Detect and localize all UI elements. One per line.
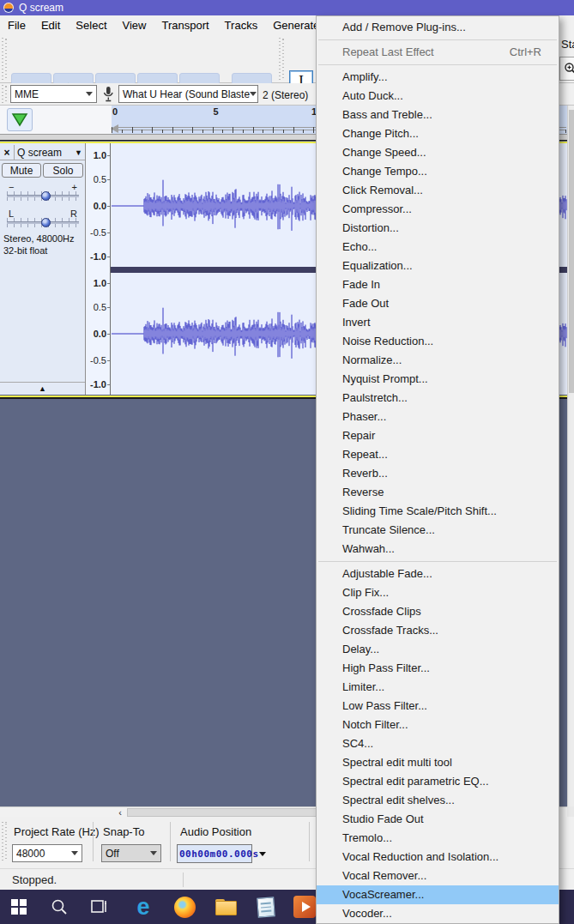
scale-tick [107, 179, 110, 180]
timeline-tick [132, 127, 133, 133]
menu-item-sc4[interactable]: SC4... [317, 734, 559, 753]
menu-item-sliding-time-scale-pitch-shift[interactable]: Sliding Time Scale/Pitch Shift... [317, 502, 559, 521]
gain-slider-thumb[interactable] [41, 191, 51, 201]
menu-separator [318, 64, 557, 65]
menubar-item-select[interactable]: Select [68, 15, 114, 34]
timeline-tick [565, 130, 566, 133]
menu-item-bass-and-treble[interactable]: Bass and Treble... [317, 106, 559, 124]
menu-item-vocoder[interactable]: Vocoder... [317, 904, 559, 923]
menubar-item-file[interactable]: File [0, 15, 33, 34]
menu-item-vocal-remover[interactable]: Vocal Remover... [317, 867, 559, 885]
recording-device-dropdown[interactable]: What U Hear (Sound Blaste [118, 85, 258, 103]
menu-item-delay[interactable]: Delay... [317, 640, 559, 659]
menu-item-add-remove-plug-ins[interactable]: Add / Remove Plug-ins... [317, 18, 559, 37]
menu-item-change-pitch[interactable]: Change Pitch... [317, 124, 559, 143]
menubar-item-transport[interactable]: Transport [154, 15, 216, 34]
menu-item-paulstretch[interactable]: Paulstretch... [317, 389, 559, 408]
snap-to-dropdown[interactable]: Off [101, 844, 161, 862]
menu-item-distortion[interactable]: Distortion... [317, 219, 559, 238]
menu-item-noise-reduction[interactable]: Noise Reduction... [317, 332, 559, 351]
toolbar-grip[interactable] [2, 85, 8, 103]
toolbar-grip[interactable] [2, 38, 8, 80]
menu-item-echo[interactable]: Echo... [317, 238, 559, 257]
menu-item-wahwah[interactable]: Wahwah... [317, 540, 559, 559]
menu-item-normalize[interactable]: Normalize... [317, 351, 559, 370]
menu-item-clip-fix[interactable]: Clip Fix... [317, 583, 559, 602]
scale-tick [107, 360, 110, 361]
menu-item-auto-duck[interactable]: Auto Duck... [317, 87, 559, 106]
menu-item-invert[interactable]: Invert [317, 313, 559, 332]
recording-channels-dropdown[interactable]: 2 (Stereo) [263, 86, 308, 104]
file-explorer-icon[interactable] [208, 890, 243, 924]
pan-slider-thumb[interactable] [41, 218, 51, 227]
menu-item-nyquist-prompt[interactable]: Nyquist Prompt... [317, 370, 559, 389]
menu-item-amplify[interactable]: Amplify... [317, 68, 559, 87]
menu-item-compressor[interactable]: Compressor... [317, 200, 559, 219]
scale-label: -1.0 [90, 379, 106, 390]
menu-item-reverse[interactable]: Reverse [317, 483, 559, 502]
track-collapse-button[interactable]: ▲ [0, 382, 85, 395]
menu-item-crossfade-clips[interactable]: Crossfade Clips [317, 602, 559, 621]
audio-position-display[interactable]: 00h00m00.000s [177, 844, 252, 863]
menu-item-spectral-edit-parametric-eq[interactable]: Spectral edit parametric EQ... [317, 772, 559, 791]
menu-item-adjustable-fade[interactable]: Adjustable Fade... [317, 565, 559, 583]
menu-item-change-speed[interactable]: Change Speed... [317, 143, 559, 162]
pan-slider[interactable]: L R [7, 208, 79, 231]
track-control-panel: × Q scream ▼ Mute Solo − + L R [0, 143, 86, 395]
menu-item-high-pass-filter[interactable]: High Pass Filter... [317, 659, 559, 678]
track-title-dropdown[interactable]: Q scream ▼ [15, 145, 85, 160]
gain-slider[interactable]: − + [7, 182, 79, 204]
menu-item-repair[interactable]: Repair [317, 426, 559, 445]
mute-button[interactable]: Mute [2, 163, 41, 178]
scroll-left-arrow[interactable]: ‹ [114, 807, 126, 817]
timeline-tick [303, 130, 304, 133]
track-close-button[interactable]: × [0, 145, 15, 160]
start-icon[interactable] [2, 890, 36, 924]
audio-position-label: Audio Position [180, 825, 251, 838]
menubar-item-view[interactable]: View [115, 15, 154, 34]
search-icon[interactable] [42, 890, 76, 924]
pinned-playhead-button[interactable] [7, 108, 33, 131]
menu-item-limiter[interactable]: Limiter... [317, 678, 559, 697]
menu-item-click-removal[interactable]: Click Removal... [317, 181, 559, 200]
menu-item-fade-out[interactable]: Fade Out [317, 294, 559, 313]
menu-item-tremolo[interactable]: Tremolo... [317, 829, 559, 848]
menu-item-low-pass-filter[interactable]: Low Pass Filter... [317, 697, 559, 716]
audio-host-dropdown[interactable]: MME [10, 85, 97, 103]
firefox-icon[interactable] [167, 890, 202, 924]
menu-item-studio-fade-out[interactable]: Studio Fade Out [317, 810, 559, 829]
vertical-scale-ruler[interactable]: 1.00.50.0-0.5-1.01.00.50.0-0.5-1.0 [86, 143, 111, 395]
menu-item-reverb[interactable]: Reverb... [317, 464, 559, 483]
zoom-in-button[interactable] [559, 57, 574, 81]
menubar-item-edit[interactable]: Edit [33, 15, 68, 34]
edge-icon[interactable]: e [126, 890, 160, 924]
menu-item-fade-in[interactable]: Fade In [317, 275, 559, 294]
snap-to-value: Off [106, 848, 119, 860]
green-playhead-icon [11, 112, 28, 127]
timeline-tick [283, 130, 284, 133]
menu-item-vocascreamer[interactable]: VocaScreamer... [317, 885, 559, 904]
menubar-item-tracks[interactable]: Tracks [217, 15, 266, 34]
menu-item-truncate-silence[interactable]: Truncate Silence... [317, 521, 559, 540]
project-rate-dropdown[interactable]: 48000 [12, 844, 82, 862]
menu-item-vocal-reduction-and-isolation[interactable]: Vocal Reduction and Isolation... [317, 848, 559, 867]
menu-item-spectral-edit-shelves[interactable]: Spectral edit shelves... [317, 791, 559, 810]
toolbar-grip[interactable] [279, 38, 285, 80]
menu-item-crossfade-tracks[interactable]: Crossfade Tracks... [317, 621, 559, 640]
timeline-tick [313, 127, 314, 133]
menu-item-change-tempo[interactable]: Change Tempo... [317, 162, 559, 181]
menu-item-spectral-edit-multi-tool[interactable]: Spectral edit multi tool [317, 753, 559, 772]
menu-item-repeat-last-effect: Ctrl+RRepeat Last Effect [317, 43, 559, 62]
solo-button[interactable]: Solo [43, 163, 83, 178]
menu-item-phaser[interactable]: Phaser... [317, 408, 559, 426]
notepad-icon[interactable] [249, 890, 283, 924]
recording-device-value: What U Hear (Sound Blaste [123, 88, 250, 100]
vertical-scrollbar-thumb[interactable] [569, 110, 574, 393]
menu-item-notch-filter[interactable]: Notch Filter... [317, 716, 559, 734]
menu-item-equalization[interactable]: Equalization... [317, 257, 559, 275]
toolbar-grip[interactable] [2, 822, 8, 861]
scrollbar-corner [567, 806, 574, 817]
vertical-scrollbar[interactable] [567, 106, 574, 817]
task-view-icon[interactable] [82, 890, 116, 924]
menu-item-repeat[interactable]: Repeat... [317, 445, 559, 464]
